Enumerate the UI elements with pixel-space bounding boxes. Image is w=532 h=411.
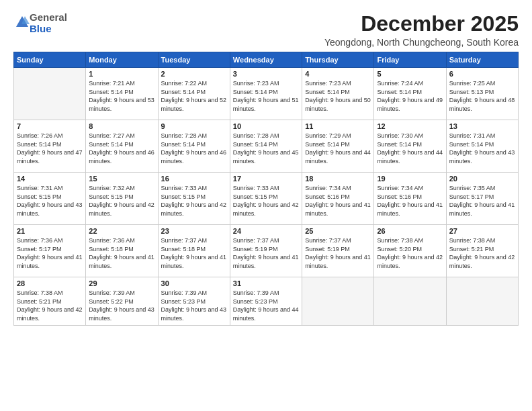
calendar-cell: 30Sunrise: 7:39 AMSunset: 5:23 PMDayligh… bbox=[158, 277, 230, 326]
calendar-table: SundayMondayTuesdayWednesdayThursdayFrid… bbox=[13, 52, 519, 326]
day-detail: Sunrise: 7:32 AMSunset: 5:15 PMDaylight:… bbox=[89, 184, 154, 218]
day-number: 7 bbox=[17, 122, 83, 130]
day-detail: Sunrise: 7:23 AMSunset: 5:14 PMDaylight:… bbox=[305, 79, 371, 113]
calendar-cell: 22Sunrise: 7:36 AMSunset: 5:18 PMDayligh… bbox=[86, 225, 158, 277]
day-number: 16 bbox=[161, 175, 227, 183]
calendar-cell: 15Sunrise: 7:32 AMSunset: 5:15 PMDayligh… bbox=[86, 173, 158, 225]
page: General Blue December 2025 Yeongdong, No… bbox=[0, 0, 532, 411]
day-number: 10 bbox=[233, 122, 299, 130]
day-detail: Sunrise: 7:34 AMSunset: 5:16 PMDaylight:… bbox=[305, 184, 371, 218]
day-detail: Sunrise: 7:23 AMSunset: 5:14 PMDaylight:… bbox=[233, 79, 299, 113]
day-number: 25 bbox=[305, 227, 371, 235]
day-number: 30 bbox=[161, 279, 227, 287]
calendar-cell: 9Sunrise: 7:28 AMSunset: 5:14 PMDaylight… bbox=[158, 120, 230, 173]
calendar-week-1: 1Sunrise: 7:21 AMSunset: 5:14 PMDaylight… bbox=[14, 68, 519, 120]
calendar-header-tuesday: Tuesday bbox=[158, 52, 230, 68]
day-detail: Sunrise: 7:34 AMSunset: 5:16 PMDaylight:… bbox=[377, 184, 443, 218]
day-detail: Sunrise: 7:31 AMSunset: 5:15 PMDaylight:… bbox=[17, 184, 83, 218]
day-detail: Sunrise: 7:39 AMSunset: 5:23 PMDaylight:… bbox=[233, 289, 299, 322]
day-detail: Sunrise: 7:28 AMSunset: 5:14 PMDaylight:… bbox=[233, 132, 299, 165]
day-number: 9 bbox=[161, 122, 227, 130]
day-detail: Sunrise: 7:29 AMSunset: 5:14 PMDaylight:… bbox=[305, 132, 371, 165]
calendar-header-thursday: Thursday bbox=[302, 52, 374, 68]
day-detail: Sunrise: 7:28 AMSunset: 5:14 PMDaylight:… bbox=[161, 132, 227, 165]
day-detail: Sunrise: 7:37 AMSunset: 5:18 PMDaylight:… bbox=[161, 236, 227, 270]
day-detail: Sunrise: 7:37 AMSunset: 5:19 PMDaylight:… bbox=[305, 236, 371, 270]
calendar-week-2: 7Sunrise: 7:26 AMSunset: 5:14 PMDaylight… bbox=[14, 120, 519, 173]
title-block: December 2025 Yeongdong, North Chungcheo… bbox=[324, 12, 519, 48]
day-number: 8 bbox=[89, 122, 154, 130]
calendar-cell bbox=[374, 277, 446, 326]
day-number: 17 bbox=[233, 175, 299, 183]
day-number: 31 bbox=[233, 279, 299, 287]
day-number: 2 bbox=[161, 70, 227, 78]
day-number: 28 bbox=[17, 279, 83, 287]
calendar-cell: 18Sunrise: 7:34 AMSunset: 5:16 PMDayligh… bbox=[302, 173, 374, 225]
calendar-cell: 1Sunrise: 7:21 AMSunset: 5:14 PMDaylight… bbox=[86, 68, 158, 120]
calendar-cell: 4Sunrise: 7:23 AMSunset: 5:14 PMDaylight… bbox=[302, 68, 374, 120]
calendar-header-monday: Monday bbox=[86, 52, 158, 68]
calendar-cell: 14Sunrise: 7:31 AMSunset: 5:15 PMDayligh… bbox=[14, 173, 86, 225]
day-number: 24 bbox=[233, 227, 299, 235]
calendar-cell: 13Sunrise: 7:31 AMSunset: 5:14 PMDayligh… bbox=[446, 120, 518, 173]
day-detail: Sunrise: 7:21 AMSunset: 5:14 PMDaylight:… bbox=[89, 79, 154, 113]
calendar-header-wednesday: Wednesday bbox=[230, 52, 302, 68]
day-number: 11 bbox=[305, 122, 371, 130]
day-detail: Sunrise: 7:33 AMSunset: 5:15 PMDaylight:… bbox=[161, 184, 227, 218]
calendar-cell: 6Sunrise: 7:25 AMSunset: 5:13 PMDaylight… bbox=[446, 68, 518, 120]
calendar-cell: 28Sunrise: 7:38 AMSunset: 5:21 PMDayligh… bbox=[14, 277, 86, 326]
day-number: 4 bbox=[305, 70, 371, 78]
calendar-cell: 26Sunrise: 7:38 AMSunset: 5:20 PMDayligh… bbox=[374, 225, 446, 277]
calendar-header-saturday: Saturday bbox=[446, 52, 518, 68]
day-detail: Sunrise: 7:38 AMSunset: 5:21 PMDaylight:… bbox=[449, 236, 515, 270]
day-number: 21 bbox=[17, 227, 83, 235]
logo-general: General bbox=[30, 11, 67, 23]
calendar-cell: 12Sunrise: 7:30 AMSunset: 5:14 PMDayligh… bbox=[374, 120, 446, 173]
day-detail: Sunrise: 7:38 AMSunset: 5:20 PMDaylight:… bbox=[377, 236, 443, 270]
day-number: 23 bbox=[161, 227, 227, 235]
calendar-cell: 20Sunrise: 7:35 AMSunset: 5:17 PMDayligh… bbox=[446, 173, 518, 225]
logo-icon bbox=[15, 15, 30, 30]
calendar-cell bbox=[446, 277, 518, 326]
calendar-cell: 8Sunrise: 7:27 AMSunset: 5:14 PMDaylight… bbox=[86, 120, 158, 173]
header: General Blue December 2025 Yeongdong, No… bbox=[13, 12, 519, 48]
calendar-week-5: 28Sunrise: 7:38 AMSunset: 5:21 PMDayligh… bbox=[14, 277, 519, 326]
calendar-header-friday: Friday bbox=[374, 52, 446, 68]
calendar-cell: 24Sunrise: 7:37 AMSunset: 5:19 PMDayligh… bbox=[230, 225, 302, 277]
day-number: 6 bbox=[449, 70, 515, 78]
day-detail: Sunrise: 7:24 AMSunset: 5:14 PMDaylight:… bbox=[377, 79, 443, 113]
day-number: 18 bbox=[305, 175, 371, 183]
day-detail: Sunrise: 7:39 AMSunset: 5:23 PMDaylight:… bbox=[161, 289, 227, 322]
day-detail: Sunrise: 7:33 AMSunset: 5:15 PMDaylight:… bbox=[233, 184, 299, 218]
day-detail: Sunrise: 7:22 AMSunset: 5:14 PMDaylight:… bbox=[161, 79, 227, 113]
logo: General Blue bbox=[13, 12, 67, 34]
logo-blue: Blue bbox=[30, 23, 52, 34]
calendar-cell bbox=[302, 277, 374, 326]
calendar-cell: 29Sunrise: 7:39 AMSunset: 5:22 PMDayligh… bbox=[86, 277, 158, 326]
day-detail: Sunrise: 7:30 AMSunset: 5:14 PMDaylight:… bbox=[377, 132, 443, 165]
day-number: 3 bbox=[233, 70, 299, 78]
day-number: 12 bbox=[377, 122, 443, 130]
day-detail: Sunrise: 7:38 AMSunset: 5:21 PMDaylight:… bbox=[17, 289, 83, 322]
calendar-cell: 16Sunrise: 7:33 AMSunset: 5:15 PMDayligh… bbox=[158, 173, 230, 225]
day-number: 5 bbox=[377, 70, 443, 78]
day-number: 22 bbox=[89, 227, 154, 235]
calendar-cell: 5Sunrise: 7:24 AMSunset: 5:14 PMDaylight… bbox=[374, 68, 446, 120]
month-title: December 2025 bbox=[324, 12, 519, 36]
calendar-cell: 31Sunrise: 7:39 AMSunset: 5:23 PMDayligh… bbox=[230, 277, 302, 326]
day-number: 27 bbox=[449, 227, 515, 235]
day-number: 29 bbox=[89, 279, 154, 287]
calendar-cell: 19Sunrise: 7:34 AMSunset: 5:16 PMDayligh… bbox=[374, 173, 446, 225]
calendar-body: 1Sunrise: 7:21 AMSunset: 5:14 PMDaylight… bbox=[14, 68, 519, 326]
calendar-week-3: 14Sunrise: 7:31 AMSunset: 5:15 PMDayligh… bbox=[14, 173, 519, 225]
calendar-week-4: 21Sunrise: 7:36 AMSunset: 5:17 PMDayligh… bbox=[14, 225, 519, 277]
day-number: 19 bbox=[377, 175, 443, 183]
day-number: 20 bbox=[449, 175, 515, 183]
day-detail: Sunrise: 7:31 AMSunset: 5:14 PMDaylight:… bbox=[449, 132, 515, 165]
calendar-cell: 27Sunrise: 7:38 AMSunset: 5:21 PMDayligh… bbox=[446, 225, 518, 277]
day-detail: Sunrise: 7:35 AMSunset: 5:17 PMDaylight:… bbox=[449, 184, 515, 218]
day-number: 15 bbox=[89, 175, 154, 183]
day-detail: Sunrise: 7:36 AMSunset: 5:17 PMDaylight:… bbox=[17, 236, 83, 270]
calendar-cell: 2Sunrise: 7:22 AMSunset: 5:14 PMDaylight… bbox=[158, 68, 230, 120]
calendar-cell bbox=[14, 68, 86, 120]
